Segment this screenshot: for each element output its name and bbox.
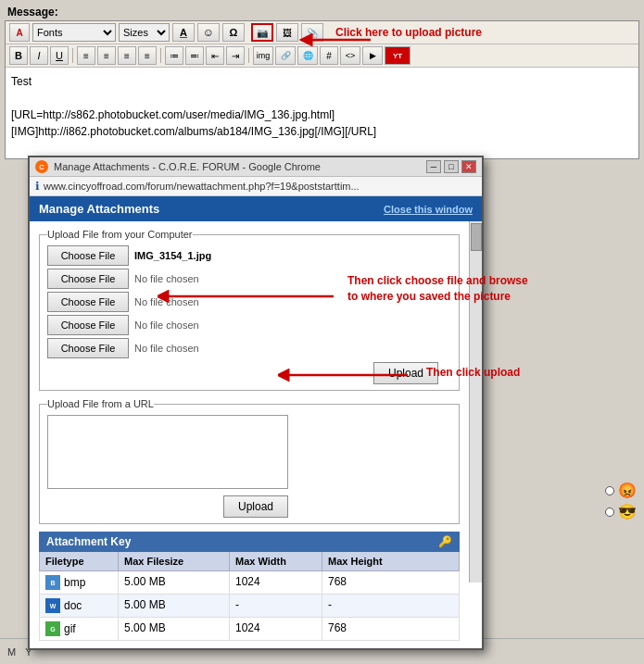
table-cell-size-gif: 5.00 MB (119, 618, 230, 640)
table-cell-width-doc: - (230, 595, 322, 617)
file-name-2: No file chosen (134, 273, 199, 284)
upload-computer-section: Upload File from your Computer Choose Fi… (39, 229, 460, 391)
bmp-icon: B (45, 575, 60, 590)
choose-file-btn-3[interactable]: Choose File (47, 292, 129, 312)
toolbar-row2: B I U ≡ ≡ ≡ ≡ ≔ ≕ ⇤ ⇥ img 🔗 🌐 # <> ▶ YT (6, 44, 638, 68)
table-cell-type-gif: G gif (40, 618, 119, 640)
attachment-key-table: Attachment Key 🔑 Filetype Max Filesize M… (39, 532, 460, 641)
upload-btn-wrap: Upload (47, 362, 438, 384)
emoji-row-2: 😎 (605, 503, 637, 520)
modal-window: C Manage Attachments - C.O.R.E. FORUM - … (28, 156, 484, 650)
url-input[interactable] (47, 415, 288, 489)
gif-icon: G (45, 621, 60, 636)
cool-emoji: 😎 (618, 503, 637, 520)
table-row: B bmp 5.00 MB 1024 768 (39, 571, 460, 595)
win-minimize-btn[interactable]: ─ (426, 160, 441, 173)
scrollbar-thumb[interactable] (471, 223, 482, 251)
unordered-list-btn[interactable]: ≕ (185, 46, 204, 65)
table-cell-width-gif: 1024 (230, 618, 322, 640)
justify-btn[interactable]: ≡ (138, 46, 157, 65)
ordered-list-btn[interactable]: ≔ (165, 46, 183, 65)
emoji-row-1: 😡 (605, 482, 637, 499)
url-btn[interactable]: 🌐 (297, 46, 318, 65)
file-row-1: Choose File IMG_3154_1.jpg (47, 245, 451, 266)
right-emoji-panel: 😡 😎 (605, 482, 637, 520)
smiley-btn[interactable]: ☺ (197, 23, 220, 42)
tb1-extra2[interactable]: 📎 (301, 23, 323, 42)
manage-attach-header: Manage Attachments Close this window (30, 196, 482, 221)
url-upload-btn[interactable]: Upload (223, 495, 288, 518)
url-upload-btn-wrap: Upload (47, 495, 288, 518)
modal-title-left: C Manage Attachments - C.O.R.E. FORUM - … (35, 160, 321, 173)
font-icon-btn[interactable]: A (9, 23, 30, 42)
table-cell-height-gif: 768 (322, 618, 415, 640)
file-name-5: No file chosen (134, 343, 199, 354)
choose-file-btn-4[interactable]: Choose File (47, 315, 129, 335)
doc-icon: W (45, 598, 60, 613)
editor-textarea[interactable]: Test [URL=http://s862.photobucket.com/us… (6, 68, 638, 156)
youtube-btn[interactable]: YT (385, 46, 410, 65)
code-btn[interactable]: <> (340, 46, 360, 65)
col-max-height: Max Height (322, 552, 415, 570)
size-select[interactable]: Sizes (119, 23, 170, 42)
table-cell-size-bmp: 5.00 MB (119, 571, 230, 594)
col-max-filesize: Max Filesize (119, 552, 230, 570)
file-row-4: Choose File No file chosen (47, 315, 451, 335)
outdent-btn[interactable]: ⇤ (206, 46, 224, 65)
table-row: W doc 5.00 MB - - (39, 595, 460, 618)
attachment-key-header: Attachment Key 🔑 (39, 532, 460, 552)
hash-btn[interactable]: # (320, 46, 338, 65)
file-name-1: IMG_3154_1.jpg (134, 250, 211, 261)
choose-file-btn-1[interactable]: Choose File (47, 245, 129, 266)
img-btn[interactable]: img (253, 46, 273, 65)
italic-btn[interactable]: I (30, 46, 48, 65)
annotation-choose-file: Then click choose file and browse to whe… (347, 273, 533, 305)
file-name-3: No file chosen (134, 296, 199, 307)
align-center-btn[interactable]: ≡ (97, 46, 116, 65)
divider1 (72, 48, 73, 63)
toolbar-row1: A Fonts Sizes A ☺ Ω 📷 🖼 📎 Click here to … (6, 21, 638, 44)
editor-wrapper: Message: A Fonts Sizes A ☺ Ω 📷 🖼 📎 Click… (0, 0, 644, 664)
video-btn[interactable]: ▶ (362, 46, 383, 65)
table-header-row: Filetype Max Filesize Max Width Max Heig… (39, 552, 460, 571)
close-window-link[interactable]: Close this window (384, 204, 473, 215)
radio-btn-1[interactable] (605, 486, 614, 495)
manage-attach-title: Manage Attachments (39, 202, 159, 216)
choose-file-btn-2[interactable]: Choose File (47, 269, 129, 289)
radio-btn-2[interactable] (605, 507, 614, 517)
link-btn[interactable]: 🔗 (275, 46, 296, 65)
tb1-extra1[interactable]: 🖼 (276, 23, 298, 42)
url-section-legend: Upload File from a URL (47, 398, 154, 409)
align-right-btn[interactable]: ≡ (118, 46, 136, 65)
modal-addressbar: ℹ www.cincyoffroad.com/forum/newattachme… (30, 177, 482, 196)
font-select[interactable]: Fonts (32, 23, 116, 42)
choose-file-btn-5[interactable]: Choose File (47, 338, 129, 358)
table-cell-height-bmp: 768 (322, 571, 415, 594)
divider2 (160, 48, 161, 63)
modal-win-btns: ─ □ ✕ (426, 160, 476, 173)
win-restore-btn[interactable]: □ (444, 160, 459, 173)
angry-emoji: 😡 (618, 482, 637, 499)
annotation-click-here: Click here to upload picture (335, 26, 482, 39)
special-char-btn[interactable]: Ω (222, 23, 245, 42)
modal-favicon: C (35, 160, 48, 173)
info-icon: ℹ (35, 180, 40, 193)
col-filetype: Filetype (40, 552, 119, 570)
upload-computer-legend: Upload File from your Computer (47, 229, 193, 240)
bold-btn[interactable]: B (9, 46, 28, 65)
table-cell-type-bmp: B bmp (40, 571, 119, 594)
modal-title-text: Manage Attachments - C.O.R.E. FORUM - Go… (54, 161, 321, 172)
align-left-btn[interactable]: ≡ (77, 46, 95, 65)
underline-btn[interactable]: U (50, 46, 69, 65)
table-cell-size-doc: 5.00 MB (119, 595, 230, 617)
message-label: Message: (0, 0, 644, 20)
image-upload-btn[interactable]: 📷 (251, 23, 273, 42)
bottom-text: M (7, 646, 16, 658)
table-row: G gif 5.00 MB 1024 768 (39, 618, 460, 641)
divider3 (248, 48, 249, 63)
indent-btn[interactable]: ⇥ (226, 46, 245, 65)
win-close-btn[interactable]: ✕ (461, 160, 476, 173)
color-btn[interactable]: A (172, 23, 195, 42)
table-cell-type-doc: W doc (40, 595, 119, 617)
modal-titlebar: C Manage Attachments - C.O.R.E. FORUM - … (30, 157, 482, 177)
